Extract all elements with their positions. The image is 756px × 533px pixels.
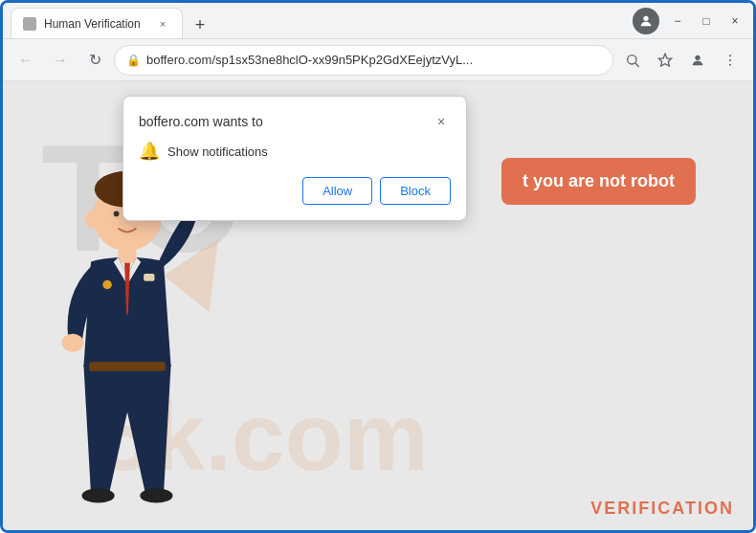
user-button[interactable] — [682, 45, 713, 76]
svg-point-6 — [729, 59, 731, 61]
robot-verification-button[interactable]: t you are not robot — [501, 158, 696, 205]
tab-favicon — [23, 17, 36, 31]
maximize-button[interactable]: □ — [696, 11, 717, 32]
svg-point-16 — [82, 488, 115, 502]
allow-button[interactable]: Allow — [302, 177, 372, 205]
svg-point-21 — [102, 280, 112, 290]
person-figure — [32, 167, 223, 530]
svg-point-4 — [695, 55, 700, 59]
browser-tab[interactable]: Human Verification × — [11, 8, 183, 38]
minimize-button[interactable]: − — [667, 11, 688, 32]
verification-label: VERIFICATION — [590, 499, 734, 519]
dialog-close-button[interactable]: × — [432, 112, 451, 131]
title-bar: Human Verification × + − □ × — [3, 3, 753, 39]
svg-point-5 — [729, 55, 731, 56]
back-button[interactable]: ← — [11, 45, 41, 76]
address-bar[interactable]: 🔒 boffero.com/sp1sx53ne8hclO-xx99n5PKp2G… — [114, 45, 613, 76]
svg-point-0 — [643, 15, 648, 20]
address-text: boffero.com/sp1sx53ne8hclO-xx99n5PKp2GdX… — [146, 53, 601, 67]
svg-point-17 — [140, 488, 172, 502]
forward-button[interactable]: → — [45, 45, 76, 76]
tab-title: Human Verification — [44, 17, 147, 31]
nav-bar: ← → ↻ 🔒 boffero.com/sp1sx53ne8hclO-xx99n… — [3, 39, 753, 81]
menu-button[interactable] — [715, 45, 745, 76]
svg-point-12 — [85, 211, 100, 229]
svg-rect-13 — [119, 247, 137, 263]
svg-point-1 — [628, 55, 636, 63]
svg-marker-3 — [658, 54, 671, 66]
page-content: TC 5k.com — [3, 81, 753, 530]
bookmark-button[interactable] — [650, 45, 680, 76]
dialog-header: boffero.com wants to × — [139, 112, 451, 131]
tab-close-icon[interactable]: × — [155, 16, 170, 32]
robot-button-text: t you are not robot — [523, 171, 675, 190]
dialog-buttons: Allow Block — [139, 177, 451, 205]
window-controls: − □ × — [667, 11, 745, 32]
refresh-button[interactable]: ↻ — [79, 45, 110, 76]
svg-point-7 — [729, 63, 731, 65]
svg-rect-20 — [144, 274, 154, 281]
svg-point-15 — [62, 334, 84, 352]
svg-point-10 — [114, 211, 120, 217]
profile-icon — [633, 8, 659, 34]
block-button[interactable]: Block — [380, 177, 451, 205]
title-right-controls — [633, 8, 659, 34]
browser-window: Human Verification × + − □ × ← → ↻ 🔒 bof… — [0, 0, 756, 533]
new-tab-button[interactable]: + — [187, 11, 213, 38]
notification-label-text: Show notifications — [167, 144, 268, 159]
dialog-title: boffero.com wants to — [139, 114, 263, 129]
nav-right-icons — [617, 45, 745, 76]
tab-area: Human Verification × + — [11, 3, 633, 38]
window-close-button[interactable]: × — [724, 11, 745, 32]
svg-line-2 — [635, 63, 639, 67]
svg-rect-18 — [89, 362, 166, 371]
dialog-notification-row: 🔔 Show notifications — [139, 141, 451, 162]
lock-icon: 🔒 — [126, 54, 141, 67]
notification-dialog: boffero.com wants to × 🔔 Show notificati… — [122, 96, 467, 221]
search-button[interactable] — [617, 45, 648, 76]
bell-icon: 🔔 — [139, 141, 160, 162]
